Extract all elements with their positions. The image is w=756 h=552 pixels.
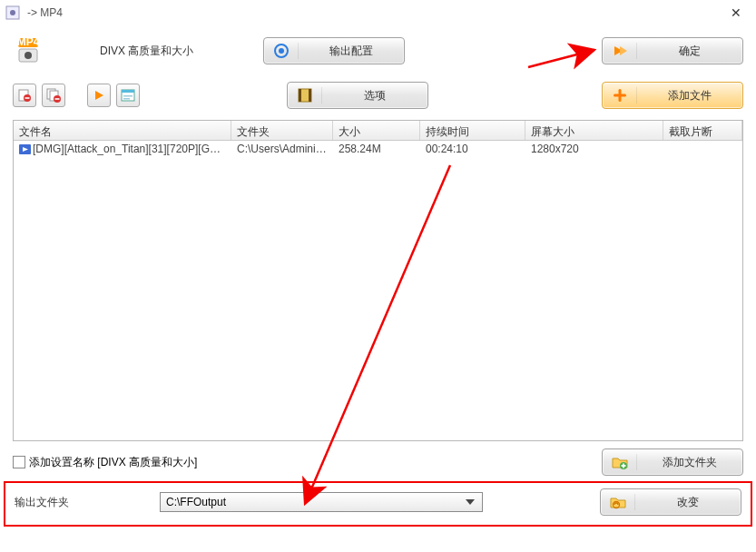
window-title: -> MP4 <box>27 6 722 19</box>
gear-icon <box>264 43 299 59</box>
add-folder-button[interactable]: 添加文件夹 <box>602 448 743 476</box>
col-duration[interactable]: 持续时间 <box>420 121 525 140</box>
play-button[interactable] <box>87 84 111 107</box>
col-resolution[interactable]: 屏幕大小 <box>525 121 663 140</box>
app-icon <box>5 5 20 20</box>
svg-rect-12 <box>25 97 30 99</box>
svg-marker-32 <box>466 499 475 505</box>
add-file-label: 添加文件 <box>637 88 742 104</box>
output-folder-value: C:\FFOutput <box>166 496 226 508</box>
output-folder-dropdown[interactable]: C:\FFOutput <box>160 492 483 512</box>
cell-folder: C:\Users\Administr... <box>231 141 333 159</box>
document-remove-icon <box>17 88 32 103</box>
svg-point-1 <box>10 10 15 15</box>
append-settings-label: 添加设置名称 [DIVX 高质量和大小] <box>29 455 197 470</box>
film-icon <box>288 87 322 104</box>
file-list: 文件名 文件夹 大小 持续时间 屏幕大小 截取片断 [DMG][Attack_o… <box>13 120 743 441</box>
svg-rect-16 <box>55 98 60 100</box>
file-list-header: 文件名 文件夹 大小 持续时间 屏幕大小 截取片断 <box>14 121 742 141</box>
settings-row: 添加设置名称 [DIVX 高质量和大小] 添加文件夹 <box>13 447 743 478</box>
play-icon <box>92 88 106 103</box>
folder-open-icon <box>601 494 635 510</box>
svg-rect-20 <box>123 95 133 97</box>
cell-name: [DMG][Attack_on_Titan][31][720P][GB].mp4 <box>14 141 231 159</box>
svg-rect-23 <box>299 89 301 102</box>
change-button[interactable]: 改变 <box>600 488 741 516</box>
svg-rect-21 <box>123 98 130 100</box>
output-folder-caption: 输出文件夹 <box>15 495 160 510</box>
svg-rect-24 <box>309 89 311 102</box>
svg-marker-17 <box>95 91 103 100</box>
output-folder-row: 输出文件夹 C:\FFOutput 改变 <box>4 481 752 527</box>
svg-rect-19 <box>122 90 134 93</box>
cell-size: 258.24M <box>333 141 420 159</box>
svg-point-5 <box>25 52 32 59</box>
append-settings-checkbox[interactable] <box>13 456 25 468</box>
clear-button[interactable] <box>42 84 65 107</box>
table-row[interactable]: [DMG][Attack_on_Titan][31][720P][GB].mp4… <box>14 141 742 159</box>
col-size[interactable]: 大小 <box>333 121 420 140</box>
plus-icon <box>603 87 637 104</box>
col-folder[interactable]: 文件夹 <box>231 121 333 140</box>
title-bar: -> MP4 ✕ <box>0 0 756 25</box>
add-file-button[interactable]: 添加文件 <box>602 82 743 109</box>
chevron-down-icon <box>462 493 478 511</box>
svg-marker-9 <box>620 46 627 55</box>
cell-name-text: [DMG][Attack_on_Titan][31][720P][GB].mp4 <box>33 143 231 155</box>
svg-text:MP4: MP4 <box>17 38 40 48</box>
ok-label: 确定 <box>637 44 742 59</box>
format-icon: MP4 <box>13 38 45 64</box>
video-file-icon <box>19 143 31 155</box>
cell-duration: 00:24:10 <box>420 141 525 159</box>
folder-plus-icon <box>603 454 637 470</box>
options-label: 选项 <box>322 88 427 104</box>
col-name[interactable]: 文件名 <box>14 121 231 140</box>
documents-remove-icon <box>46 88 61 103</box>
arrow-right-icon <box>603 43 637 59</box>
add-folder-label: 添加文件夹 <box>637 455 742 470</box>
remove-button[interactable] <box>13 84 36 107</box>
info-button[interactable] <box>116 84 140 107</box>
svg-rect-26 <box>614 94 626 97</box>
svg-point-7 <box>279 48 284 54</box>
ok-button[interactable]: 确定 <box>602 37 743 64</box>
col-capture[interactable]: 截取片断 <box>663 121 742 140</box>
properties-icon <box>121 88 135 103</box>
close-button[interactable]: ✕ <box>722 5 751 20</box>
profile-label: DIVX 高质量和大小 <box>100 44 263 59</box>
svg-rect-31 <box>621 465 625 467</box>
cell-resolution: 1280x720 <box>525 141 663 159</box>
output-config-button[interactable]: 输出配置 <box>263 37 405 64</box>
change-label: 改变 <box>635 495 741 510</box>
output-config-label: 输出配置 <box>299 44 404 59</box>
cell-capture <box>663 141 742 159</box>
options-button[interactable]: 选项 <box>287 82 428 109</box>
